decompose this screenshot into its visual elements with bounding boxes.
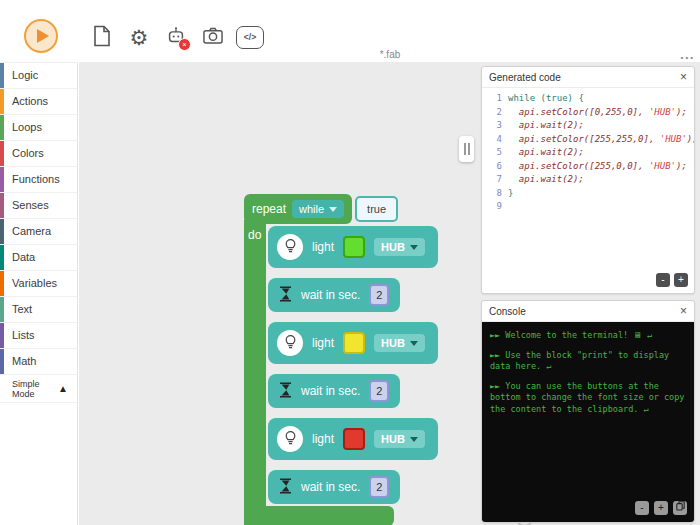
terminal-output: ►► Welcome to the terminal! 🖥 ↵►► Use th… — [490, 330, 686, 415]
category-color-strip — [0, 167, 4, 192]
wait-value[interactable]: 2 — [369, 284, 389, 306]
line-number: 6 — [482, 160, 508, 174]
repeat-block-footer[interactable] — [244, 506, 394, 525]
copy-icon — [676, 501, 685, 515]
line-number: 4 — [482, 133, 508, 147]
fable-blockly-app: { "header": { "filename": "*.fab" }, "to… — [0, 0, 700, 525]
terminal-line: ►► Welcome to the terminal! 🖥 ↵ — [490, 330, 686, 342]
overflow-menu-icon[interactable]: ••• — [681, 53, 695, 62]
camera-button[interactable] — [199, 23, 227, 51]
light-label: light — [312, 240, 334, 254]
terminal-copy-button[interactable] — [673, 501, 687, 515]
sidebar-item-camera[interactable]: Camera — [0, 219, 77, 245]
chevron-up-icon: ▲ — [58, 384, 68, 394]
chevron-down-icon — [410, 437, 418, 442]
color-swatch[interactable] — [343, 428, 365, 450]
category-color-strip — [0, 89, 4, 114]
hub-dropdown-label: HUB — [381, 241, 405, 253]
sidebar-item-senses[interactable]: Senses — [0, 193, 77, 219]
wait-block[interactable]: wait in sec. 2 — [268, 278, 400, 312]
repeat-while-block[interactable]: repeat while true — [244, 194, 398, 224]
font-decrease-button[interactable]: - — [656, 273, 670, 287]
category-color-strip — [0, 219, 4, 244]
light-block[interactable]: light HUB — [268, 418, 438, 460]
top-toolbar: ⚙ × </ — [0, 0, 700, 62]
repeat-label: repeat — [252, 202, 286, 216]
document-title: *.fab — [330, 49, 450, 60]
line-number: 3 — [482, 119, 508, 133]
code-line: 5 api.wait(2); — [482, 146, 694, 160]
gear-icon: ⚙ — [130, 27, 149, 48]
wait-value[interactable]: 2 — [369, 476, 389, 498]
simple-mode-toggle[interactable]: Simple Mode ▲ — [0, 375, 77, 403]
generated-code-title: Generated code — [489, 72, 561, 83]
sidebar-item-logic[interactable]: Logic — [0, 63, 77, 89]
toolbar-buttons: ⚙ × </ — [88, 23, 264, 51]
line-number: 9 — [482, 200, 508, 214]
category-label: Text — [12, 303, 32, 315]
repeat-mode-dropdown[interactable]: while — [292, 200, 344, 218]
condition-true-block[interactable]: true — [355, 196, 398, 222]
category-label: Colors — [12, 147, 44, 159]
color-swatch[interactable] — [343, 236, 365, 258]
sidebar-item-loops[interactable]: Loops — [0, 115, 77, 141]
light-block[interactable]: light HUB — [268, 226, 438, 268]
category-color-strip — [0, 115, 4, 140]
category-list: Logic Actions Loops Colors Functions Sen… — [0, 63, 77, 375]
line-number: 5 — [482, 146, 508, 160]
code-line: 2 api.setColor([0,255,0], 'HUB'); — [482, 106, 694, 120]
repeat-block-spine[interactable] — [244, 220, 266, 525]
sidebar-item-actions[interactable]: Actions — [0, 89, 77, 115]
hourglass-icon — [279, 286, 292, 305]
sidebar-item-variables[interactable]: Variables — [0, 271, 77, 297]
terminal-font-decrease-button[interactable]: - — [635, 501, 649, 515]
category-label: Variables — [12, 277, 57, 289]
hub-dropdown[interactable]: HUB — [374, 238, 425, 256]
robot-connection-button[interactable]: × — [162, 23, 190, 51]
sidebar-item-functions[interactable]: Functions — [0, 167, 77, 193]
sidebar-item-text[interactable]: Text — [0, 297, 77, 323]
do-label: do — [248, 228, 261, 242]
hub-dropdown-label: HUB — [381, 433, 405, 445]
lightbulb-icon — [283, 238, 298, 257]
disconnected-badge: × — [178, 38, 191, 51]
hourglass-icon — [279, 478, 292, 497]
wait-block[interactable]: wait in sec. 2 — [268, 470, 400, 504]
close-icon[interactable]: × — [680, 71, 687, 83]
chevron-down-icon — [329, 207, 337, 212]
terminal-line: ►► Use the block "print" to display data… — [490, 350, 686, 373]
category-label: Math — [12, 355, 36, 367]
category-label: Actions — [12, 95, 48, 107]
lightbulb-icon — [283, 430, 298, 449]
sidebar-item-math[interactable]: Math — [0, 349, 77, 375]
category-color-strip — [0, 271, 4, 296]
code-icon: </> — [236, 26, 264, 49]
category-label: Camera — [12, 225, 51, 237]
sidebar-item-colors[interactable]: Colors — [0, 141, 77, 167]
wait-label: wait in sec. — [301, 480, 360, 494]
category-label: Data — [12, 251, 35, 263]
settings-button[interactable]: ⚙ — [125, 23, 153, 51]
color-swatch[interactable] — [343, 332, 365, 354]
close-icon[interactable]: × — [680, 305, 687, 317]
sidebar-item-data[interactable]: Data — [0, 245, 77, 271]
category-color-strip — [0, 323, 4, 348]
wait-block[interactable]: wait in sec. 2 — [268, 374, 400, 408]
hub-dropdown[interactable]: HUB — [374, 334, 425, 352]
new-file-button[interactable] — [88, 23, 116, 51]
run-button[interactable] — [24, 19, 58, 53]
hub-dropdown[interactable]: HUB — [374, 430, 425, 448]
line-number: 8 — [482, 187, 508, 201]
wait-value[interactable]: 2 — [369, 380, 389, 402]
category-label: Loops — [12, 121, 42, 133]
sidebar-item-lists[interactable]: Lists — [0, 323, 77, 349]
panel-resize-handle[interactable] — [459, 136, 474, 162]
console-panel: Console × ►► Welcome to the terminal! 🖥 … — [481, 300, 695, 523]
category-color-strip — [0, 141, 4, 166]
light-block[interactable]: light HUB — [268, 322, 438, 364]
view-code-button[interactable]: </> — [236, 23, 264, 51]
font-increase-button[interactable]: + — [674, 273, 688, 287]
code-editor: 1while (true) {2 api.setColor([0,255,0],… — [482, 88, 694, 298]
code-line: 4 api.setColor([255,255,0], 'HUB'); — [482, 133, 694, 147]
terminal-font-increase-button[interactable]: + — [654, 501, 668, 515]
